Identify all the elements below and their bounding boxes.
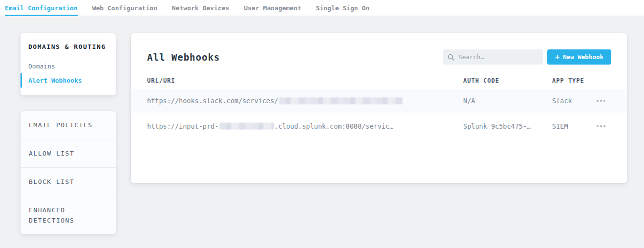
row-actions-menu-icon[interactable]: [596, 122, 606, 130]
auth-code-cell: Splunk 9c5bc475-…: [463, 122, 552, 130]
webhook-url-prefix: https://input-prd-: [147, 122, 218, 130]
tab-single-sign-on[interactable]: Single Sign On: [316, 0, 370, 16]
webhook-url-suffix: .cloud.splunk.com:8088/servic…: [274, 122, 393, 130]
webhook-url-cell: https://hooks.slack.com/services/: [147, 97, 463, 105]
webhook-url-cell: https://input-prd- .cloud.splunk.com:808…: [147, 122, 463, 130]
app-type-cell: SIEM: [552, 122, 590, 130]
redacted-url-segment: [219, 123, 274, 130]
sidebar-item-email-policies[interactable]: EMAIL POLICIES: [21, 111, 116, 139]
sidebar-item-enhanced-detections[interactable]: ENHANCED DETECTIONS: [21, 196, 116, 234]
sidebar-item-block-list[interactable]: BLOCK LIST: [21, 168, 116, 196]
new-webhook-button-label: New Webhook: [563, 53, 603, 61]
new-webhook-button[interactable]: + New Webhook: [547, 49, 611, 65]
tab-user-management[interactable]: User Management: [244, 0, 301, 16]
sidebar-item-alert-webhooks[interactable]: Alert Webhooks: [21, 73, 116, 88]
policies-card: EMAIL POLICIES ALLOW LIST BLOCK LIST ENH…: [21, 111, 116, 234]
table-header: URL/URI AUTH CODE APP TYPE: [147, 72, 611, 89]
sidebar-item-domains[interactable]: Domains: [21, 59, 116, 73]
column-header-url: URL/URI: [147, 77, 463, 84]
column-header-app-type: APP TYPE: [552, 77, 590, 84]
page-title: All Webhooks: [147, 52, 443, 63]
table-body: https://hooks.slack.com/services/ N/A Sl…: [147, 89, 611, 140]
search-box[interactable]: [443, 49, 543, 65]
tab-email-configuration[interactable]: Email Configuration: [5, 0, 78, 16]
sidebar: DOMAINS & ROUTING Domains Alert Webhooks…: [21, 33, 116, 234]
domains-routing-title: DOMAINS & ROUTING: [21, 43, 116, 50]
redacted-url-segment: [279, 97, 403, 104]
webhook-url-prefix: https://hooks.slack.com/services/: [147, 97, 278, 105]
row-actions-menu-icon[interactable]: [596, 97, 606, 105]
sidebar-item-allow-list[interactable]: ALLOW LIST: [21, 139, 116, 168]
table-row: https://hooks.slack.com/services/ N/A Sl…: [131, 89, 627, 113]
tab-network-devices[interactable]: Network Devices: [172, 0, 229, 16]
tab-web-configuration[interactable]: Web Configuration: [92, 0, 157, 16]
auth-code-cell: N/A: [463, 97, 552, 105]
domains-routing-card: DOMAINS & ROUTING Domains Alert Webhooks: [21, 33, 116, 95]
column-header-auth-code: AUTH CODE: [463, 77, 552, 84]
plus-icon: +: [555, 53, 559, 62]
app-type-cell: Slack: [552, 97, 590, 105]
webhooks-header: All Webhooks + New Webhook: [147, 49, 611, 65]
search-icon: [448, 54, 454, 61]
search-input[interactable]: [458, 53, 538, 61]
page-body: DOMAINS & ROUTING Domains Alert Webhooks…: [0, 16, 644, 234]
webhooks-panel: All Webhooks + New Webhook URL/URI AUTH …: [131, 33, 627, 183]
table-row: https://input-prd- .cloud.splunk.com:808…: [147, 113, 611, 140]
top-nav: Email Configuration Web Configuration Ne…: [0, 0, 644, 16]
